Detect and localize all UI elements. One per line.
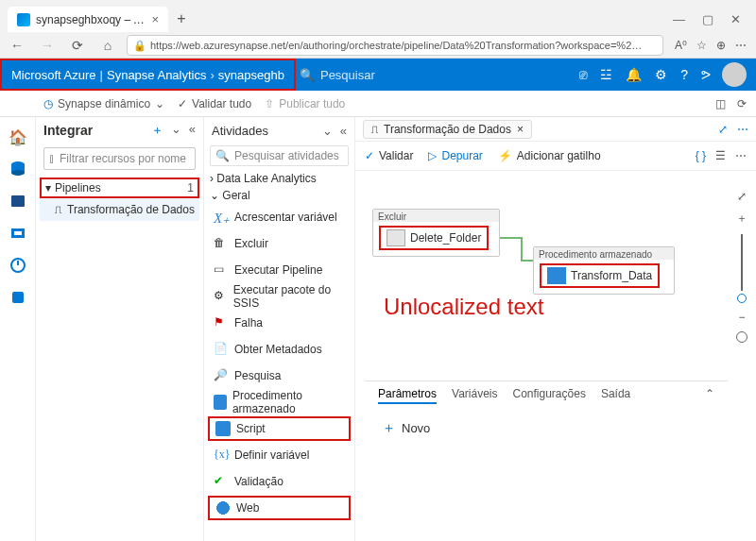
collapse-icon[interactable]: ⌃ bbox=[705, 387, 714, 404]
trash-icon: 🗑 bbox=[214, 236, 229, 251]
window-minimize-icon[interactable]: — bbox=[673, 12, 685, 26]
debug-button[interactable]: ▷Depurar bbox=[428, 149, 482, 162]
close-icon[interactable]: × bbox=[517, 123, 524, 136]
reader-icon[interactable]: A⁰ bbox=[675, 39, 687, 52]
activity-script[interactable]: Script bbox=[208, 416, 351, 441]
workspace-selector[interactable]: ◷ Synapse dinâmico ⌄ bbox=[43, 97, 164, 110]
add-resource-button[interactable]: ＋ bbox=[151, 122, 163, 139]
chevron-down-icon[interactable]: ⌄ bbox=[171, 122, 181, 139]
tab-output[interactable]: Saída bbox=[601, 387, 630, 404]
avatar[interactable] bbox=[722, 62, 747, 87]
add-trigger-button[interactable]: ⚡Adicionar gatilho bbox=[498, 149, 601, 162]
activity-sproc[interactable]: Procedimento armazenado bbox=[208, 390, 351, 414]
activity-exec-pipeline[interactable]: ▭Executar Pipeline bbox=[208, 258, 351, 282]
zoom-out-icon[interactable]: − bbox=[738, 311, 745, 324]
refresh-button[interactable]: ⟳ bbox=[66, 35, 89, 56]
brand-label[interactable]: Microsoft Azure bbox=[11, 68, 96, 82]
azure-header: Microsoft Azure | Synapse Analytics › sy… bbox=[0, 59, 756, 91]
activity-web[interactable]: Web bbox=[208, 496, 351, 520]
activity-delete[interactable]: 🗑Excluir bbox=[208, 231, 351, 256]
feedback-icon[interactable]: ☳ bbox=[600, 67, 612, 82]
search-icon: 🔍 bbox=[300, 68, 315, 82]
collapse-left-icon[interactable]: « bbox=[189, 122, 196, 139]
code-icon[interactable]: { } bbox=[696, 149, 706, 162]
more-icon[interactable]: ⋯ bbox=[737, 123, 748, 136]
validate-button[interactable]: ✓Validar bbox=[365, 149, 413, 162]
menu-icon[interactable]: ⋯ bbox=[735, 39, 747, 52]
learn-icon[interactable]: ◫ bbox=[715, 97, 726, 110]
chevron-down-icon: ▾ bbox=[45, 181, 51, 194]
nav-integrate-icon[interactable] bbox=[8, 223, 28, 244]
close-tab-icon[interactable]: × bbox=[151, 12, 159, 26]
metadata-icon: 📄 bbox=[214, 342, 229, 357]
file-tab[interactable]: ⎍ Transformação de Dados × bbox=[363, 120, 532, 139]
nav-manage-icon[interactable] bbox=[8, 287, 28, 308]
breadcrumb-workspace[interactable]: synapseghb bbox=[218, 68, 284, 82]
favorite-icon[interactable]: ☆ bbox=[696, 39, 707, 52]
more-icon[interactable]: ⋯ bbox=[735, 149, 747, 162]
expand-icon[interactable]: ⤢ bbox=[718, 123, 728, 136]
section-general[interactable]: ⌄ Geral bbox=[204, 187, 354, 204]
window-maximize-icon[interactable]: ▢ bbox=[702, 12, 713, 26]
back-button[interactable]: ← bbox=[6, 35, 28, 56]
filter-input[interactable]: ⫿ Filtrar recursos por nome bbox=[43, 147, 196, 170]
integrate-panel: Integrar ＋ ⌄ « ⫿ Filtrar recursos por no… bbox=[36, 117, 204, 541]
breadcrumb-service[interactable]: Synapse Analytics bbox=[107, 68, 207, 82]
script-icon bbox=[215, 421, 231, 436]
nav-develop-icon[interactable] bbox=[8, 191, 28, 211]
zoom-control[interactable]: ⤢ ＋ − bbox=[731, 190, 752, 343]
tab-params[interactable]: Parâmetros bbox=[378, 387, 437, 404]
pipelines-count: 1 bbox=[187, 181, 194, 194]
collapse-left-icon[interactable]: « bbox=[340, 124, 347, 138]
activity-validation[interactable]: ✔Validação bbox=[208, 469, 351, 494]
activities-search[interactable]: 🔍 Pesquisar atividades bbox=[210, 145, 349, 166]
activity-node-delete[interactable]: Excluir Delete_Folder bbox=[372, 209, 500, 257]
activity-set-var[interactable]: {x}Definir variável bbox=[208, 443, 351, 467]
zoom-track[interactable] bbox=[741, 234, 743, 291]
zoom-reset-icon[interactable] bbox=[736, 331, 747, 343]
activity-append-var[interactable]: X₊Acrescentar variável bbox=[208, 205, 351, 229]
section-datalake[interactable]: › Data Lake Analytics bbox=[204, 170, 354, 187]
nav-home-icon[interactable]: 🏠 bbox=[8, 127, 28, 147]
browser-tab[interactable]: synapseghbxoqy – Azure Synap… × bbox=[8, 7, 168, 32]
chevron-down-icon[interactable]: ⌄ bbox=[322, 124, 333, 138]
pipelines-folder[interactable]: ▾ Pipelines 1 bbox=[40, 178, 199, 198]
zoom-handle[interactable] bbox=[737, 294, 747, 303]
cloud-shell-icon[interactable]: ⎚ bbox=[579, 67, 587, 82]
validate-all-button[interactable]: ✓ Validar tudo bbox=[178, 97, 251, 110]
global-search[interactable]: 🔍 Pesquisar bbox=[300, 68, 465, 82]
breadcrumb-separator: | bbox=[100, 68, 103, 82]
window-close-icon[interactable]: ✕ bbox=[730, 12, 741, 26]
pipeline-item[interactable]: ⎍ Transformação de Dados bbox=[40, 198, 199, 221]
svg-point-2 bbox=[11, 170, 25, 176]
profile-icon[interactable]: ᕗ bbox=[701, 67, 711, 82]
pipeline-name: Transformação de Dados bbox=[67, 203, 195, 216]
home-button[interactable]: ⌂ bbox=[96, 35, 119, 56]
activity-ssis[interactable]: ⚙Executar pacote do SSIS bbox=[208, 284, 351, 309]
nav-data-icon[interactable] bbox=[8, 159, 28, 179]
tab-settings[interactable]: Configurações bbox=[513, 387, 586, 404]
new-param-button[interactable]: ＋ Novo bbox=[365, 410, 728, 447]
help-icon[interactable]: ? bbox=[680, 67, 688, 82]
activity-lookup[interactable]: 🔎Pesquisa bbox=[208, 363, 351, 388]
zoom-in-icon[interactable]: ＋ bbox=[736, 211, 747, 227]
play-icon: ▷ bbox=[428, 149, 437, 162]
settings-icon[interactable]: ⚙ bbox=[655, 67, 667, 82]
tab-variables[interactable]: Variáveis bbox=[452, 387, 497, 404]
address-bar[interactable]: 🔒 https://web.azuresynapse.net/en/author… bbox=[127, 35, 663, 56]
canvas-panel: ⎍ Transformação de Dados × ⤢ ⋯ ✓Validar … bbox=[355, 117, 756, 541]
activity-fail[interactable]: ⚑Falha bbox=[208, 311, 351, 335]
check-icon: ✔ bbox=[214, 474, 229, 489]
properties-icon[interactable]: ☰ bbox=[715, 149, 726, 162]
publish-all-button[interactable]: ⇧ Publicar tudo bbox=[265, 97, 345, 110]
nav-monitor-icon[interactable] bbox=[8, 255, 28, 276]
new-tab-button[interactable]: + bbox=[168, 6, 195, 32]
fit-icon[interactable]: ⤢ bbox=[737, 190, 747, 203]
url-text: https://web.azuresynapse.net/en/authorin… bbox=[150, 40, 642, 51]
refresh-icon[interactable]: ⟳ bbox=[737, 97, 747, 110]
designer-surface[interactable]: Excluir Delete_Folder Procedimento armaz… bbox=[355, 170, 756, 541]
collections-icon[interactable]: ⊕ bbox=[716, 39, 726, 52]
notifications-icon[interactable]: 🔔 bbox=[626, 67, 642, 82]
activity-node-sproc[interactable]: Procedimento armazenado Transform_Data bbox=[533, 246, 675, 295]
activity-get-metadata[interactable]: 📄Obter Metadados bbox=[208, 337, 351, 362]
